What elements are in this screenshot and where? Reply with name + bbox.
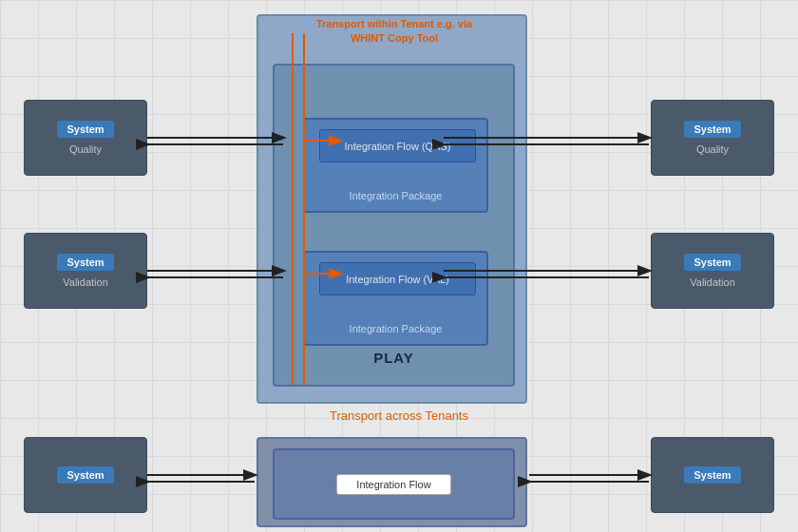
integration-package-val: Integration Flow (VAL) Integration Packa… [303, 251, 488, 346]
system-right-quality: System Quality [651, 100, 774, 176]
play-label: PLAY [373, 350, 414, 366]
system-label-left-quality: Quality [69, 143, 102, 155]
system-inner-left-quality: System [57, 121, 113, 138]
transport-within-label: Transport within Tenant e.g. via WHINT C… [280, 17, 508, 47]
play-inner: Integration Flow (QAS) Integration Packa… [273, 64, 515, 387]
int-package-label-val: Integration Package [350, 323, 443, 334]
system-inner-left-validation: System [57, 254, 113, 271]
integration-flow-val-label: Integration Flow (VAL) [346, 274, 449, 285]
system-label-left-validation: Validation [63, 276, 108, 288]
integration-flow-val: Integration Flow (VAL) [319, 262, 476, 295]
system-inner-right-validation: System [684, 254, 740, 271]
system-label-right-quality: Quality [696, 143, 729, 155]
integration-flow-bottom: Integration Flow [336, 474, 450, 495]
transport-within-text: Transport within Tenant e.g. via [316, 18, 472, 29]
system-left-quality: System Quality [24, 100, 147, 176]
system-label-right-validation: Validation [690, 276, 735, 288]
system-inner-right-quality: System [684, 121, 740, 138]
diagram-container: Integration Flow (QAS) Integration Packa… [0, 0, 798, 532]
system-inner-left-bottom: System [57, 466, 113, 484]
system-left-validation: System Validation [24, 233, 147, 309]
integration-package-qas: Integration Flow (QAS) Integration Packa… [303, 118, 488, 213]
bottom-tenant-inner: Integration Flow [273, 448, 515, 520]
int-package-label-qas: Integration Package [350, 190, 443, 201]
transport-across-label: Transport across Tenants [330, 408, 468, 423]
bottom-tenant-zone: Integration Flow [256, 437, 527, 527]
play-zone: Integration Flow (QAS) Integration Packa… [256, 14, 527, 404]
integration-flow-qas: Integration Flow (QAS) [319, 129, 476, 162]
transport-within-bold: WHINT Copy Tool [351, 32, 438, 44]
integration-flow-qas-label: Integration Flow (QAS) [345, 141, 451, 152]
system-right-validation: System Validation [651, 233, 774, 309]
system-inner-right-bottom: System [684, 466, 740, 484]
system-right-bottom: System [651, 437, 774, 513]
system-left-bottom: System [24, 437, 147, 513]
